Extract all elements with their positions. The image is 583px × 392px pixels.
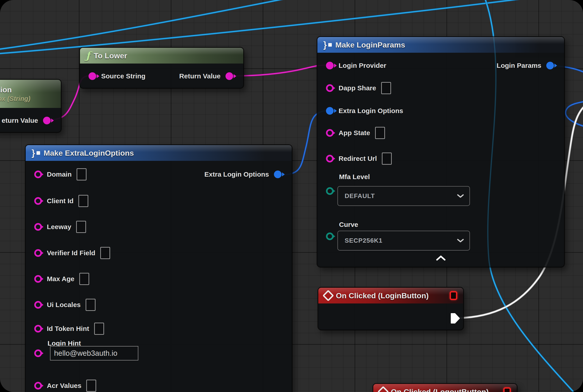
input-pin-dapp-share[interactable] — [326, 84, 334, 92]
output-pin-extra-login-options[interactable] — [274, 170, 282, 178]
input-pin-client-id[interactable] — [34, 197, 42, 205]
pin-label-extra-login-options: Extra Login Options — [338, 107, 403, 115]
checkbox-id-token-hint[interactable] — [94, 322, 104, 335]
input-pin-leeway[interactable] — [34, 223, 42, 231]
pin-label-ui-locales: Ui Locales — [47, 301, 81, 309]
node-title: tion — [0, 86, 12, 94]
input-pin-id-token-hint[interactable] — [34, 325, 42, 332]
collapse-node-button[interactable] — [436, 255, 446, 262]
input-pin-acr-values[interactable] — [34, 382, 42, 390]
pin-label-acr-values: Acr Values — [47, 382, 81, 390]
node-title: On Clicked (LoginButton) — [336, 291, 429, 300]
pin-label-curve: Curve — [339, 221, 358, 228]
pin-label-login-params-out: Login Params — [497, 62, 541, 70]
input-pin-login-hint[interactable] — [34, 350, 42, 357]
input-pin-curve[interactable] — [326, 232, 334, 240]
checkbox-verifier-id-field[interactable] — [100, 247, 110, 259]
input-pin-redirect-url[interactable] — [326, 155, 334, 162]
curve-dropdown[interactable]: SECP256K1 — [338, 231, 470, 250]
exec-output-pin[interactable] — [450, 313, 460, 325]
pin-label-max-age: Max Age — [47, 275, 74, 283]
pin-label-return-value: Return Value — [179, 72, 220, 80]
checkbox-domain[interactable] — [76, 168, 86, 180]
checkbox-client-id[interactable] — [78, 195, 88, 207]
mfa-level-value: DEFAULT — [345, 192, 375, 200]
pin-label-return-value: eturn Value — [2, 117, 38, 124]
function-icon: ƒ — [86, 51, 90, 60]
pin-label-redirect-url: Redirect Url — [338, 155, 377, 162]
curve-value: SECP256K1 — [345, 237, 382, 244]
make-struct-icon: } — [32, 148, 40, 158]
node-make-extra-login-options-header[interactable]: } Make ExtraLoginOptions — [26, 145, 292, 161]
pin-label-leeway: Leeway — [47, 223, 71, 231]
node-partial-function[interactable]: tion ox (String) eturn Value — [0, 79, 61, 132]
checkbox-dapp-share[interactable] — [381, 82, 391, 94]
input-pin-source-string[interactable] — [88, 72, 96, 80]
checkbox-app-state[interactable] — [375, 127, 385, 139]
pin-label-source-string: Source String — [101, 72, 146, 80]
node-partial-function-header[interactable]: tion ox (String) — [0, 80, 61, 108]
output-pin-return-value[interactable] — [43, 117, 51, 124]
input-pin-verifier-id-field[interactable] — [34, 249, 42, 257]
node-title: On Clicked (LogoutButton) — [391, 388, 488, 392]
node-make-login-params[interactable]: } Make LoginParams Login Provider Login … — [317, 36, 564, 267]
checkbox-max-age[interactable] — [79, 273, 89, 285]
checkbox-acr-values[interactable] — [86, 380, 96, 392]
output-pin-login-params[interactable] — [546, 62, 554, 70]
pin-label-id-token-hint: Id Token Hint — [47, 325, 89, 332]
checkbox-leeway[interactable] — [76, 221, 86, 233]
pin-label-extra-login-options-out: Extra Login Options — [204, 170, 269, 178]
bound-event-icon[interactable] — [503, 387, 511, 392]
make-struct-icon: } — [323, 40, 332, 49]
event-diamond-icon — [322, 290, 334, 302]
input-pin-ui-locales[interactable] — [34, 301, 42, 309]
pin-label-login-provider: Login Provider — [338, 62, 386, 70]
node-make-extra-login-options[interactable]: } Make ExtraLoginOptions Domain Extra Lo… — [25, 145, 292, 392]
input-pin-app-state[interactable] — [326, 129, 334, 137]
wire-cyan-top-1 — [0, 0, 296, 50]
node-make-login-params-header[interactable]: } Make LoginParams — [318, 37, 564, 53]
node-title: To Lower — [94, 51, 127, 60]
pin-label-verifier-id-field: Verifier Id Field — [47, 249, 95, 257]
node-title: Make ExtraLoginOptions — [44, 149, 134, 158]
node-on-clicked-login-button[interactable]: On Clicked (LoginButton) — [318, 287, 464, 330]
pin-label-app-state: App State — [338, 129, 370, 137]
login-hint-input[interactable] — [50, 346, 138, 360]
pin-label-mfa-level: Mfa Level — [339, 173, 370, 181]
pin-label-client-id: Client Id — [47, 197, 74, 205]
input-pin-mfa-level[interactable] — [326, 187, 334, 195]
output-pin-return-value[interactable] — [226, 72, 233, 80]
input-pin-login-provider[interactable] — [326, 62, 334, 70]
node-on-clicked-logout-button[interactable]: On Clicked (LogoutButton) — [373, 384, 517, 392]
node-title: Make LoginParams — [336, 40, 405, 49]
node-to-lower-header[interactable]: ƒ To Lower — [80, 48, 243, 64]
node-subtitle: ox (String) — [0, 95, 30, 102]
pin-label-domain: Domain — [47, 170, 72, 178]
node-on-clicked-logout-header[interactable]: On Clicked (LogoutButton) — [373, 384, 517, 392]
node-on-clicked-login-header[interactable]: On Clicked (LoginButton) — [318, 288, 463, 304]
node-to-lower[interactable]: ƒ To Lower Source String Return Value — [80, 47, 244, 88]
checkbox-ui-locales[interactable] — [86, 299, 96, 311]
pin-label-dapp-share: Dapp Share — [338, 84, 376, 92]
chevron-down-icon — [457, 192, 464, 200]
bound-event-icon[interactable] — [450, 291, 457, 300]
checkbox-redirect-url[interactable] — [382, 152, 392, 165]
mfa-level-dropdown[interactable]: DEFAULT — [338, 186, 470, 206]
input-pin-domain[interactable] — [34, 170, 42, 178]
input-pin-extra-login-options[interactable] — [326, 107, 334, 115]
event-diamond-icon — [378, 386, 389, 392]
chevron-down-icon — [457, 237, 464, 244]
input-pin-max-age[interactable] — [34, 275, 42, 283]
blueprint-canvas[interactable]: tion ox (String) eturn Value ƒ To Lower … — [0, 0, 583, 392]
